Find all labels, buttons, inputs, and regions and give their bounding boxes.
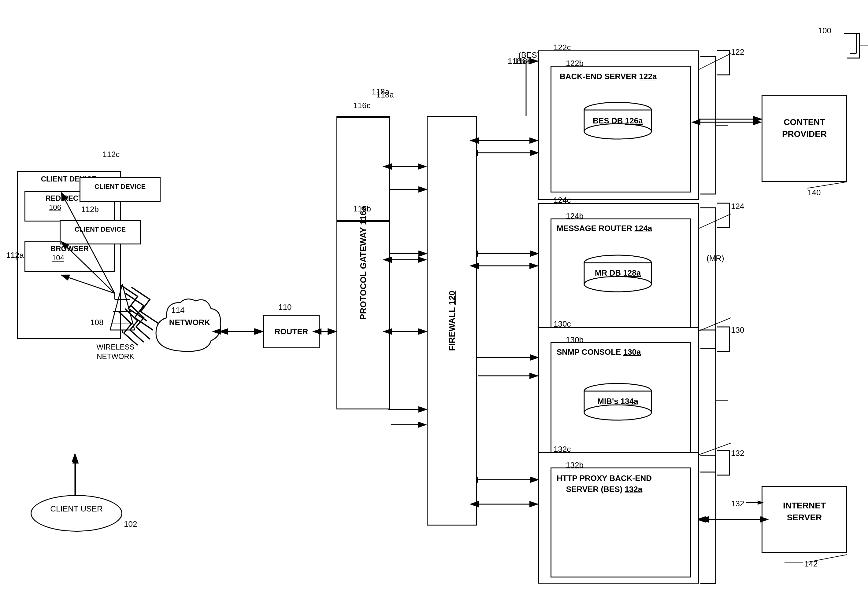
client-device-112b-label: CLIENT DEVICE: [60, 226, 141, 233]
internet-server-label: INTERNETSERVER: [761, 499, 847, 523]
ref-122c: 122c: [553, 43, 571, 52]
mibs-label: MIB's 134a: [581, 397, 654, 406]
ref-142: 142: [804, 559, 818, 569]
ref-110: 110: [278, 303, 291, 312]
snmp-console-label: SNMP CONSOLE 130a: [556, 348, 641, 357]
ref-130: 130: [731, 325, 744, 335]
ref-124b: 124b: [566, 212, 584, 221]
mr-db-label: MR DB 128a: [581, 268, 654, 278]
ref-140: 140: [808, 188, 821, 197]
ref-132-internet: 132: [731, 499, 744, 508]
ref-122: 122: [731, 47, 744, 57]
ref-102-label: 102: [124, 519, 137, 529]
ref-118b-label: 118b: [508, 57, 525, 66]
pg-116c-line: [336, 116, 390, 118]
ref-108: 108: [90, 318, 103, 327]
firewall-label-container: FIREWALL 120: [427, 116, 477, 525]
ref-100-label: 100: [818, 26, 831, 36]
browser-label: BROWSER: [25, 244, 115, 253]
protocol-gateway-label: PROTOCOL GATEWAY 116a: [358, 206, 368, 320]
wireless-network-label: WIRELESSNETWORK: [90, 342, 141, 361]
svg-point-48: [584, 405, 651, 420]
message-router-label: MESSAGE ROUTER 124a: [556, 224, 652, 233]
ref-130c: 130c: [553, 319, 571, 329]
svg-line-34: [122, 284, 135, 330]
ref-132: 132: [731, 448, 744, 458]
ref-122a-label: 122a: [639, 72, 657, 81]
wireless-tower-icon: [104, 281, 141, 336]
ref-124c: 124c: [553, 196, 571, 205]
mr-label: (MR): [707, 253, 724, 263]
ref-130b: 130b: [566, 335, 584, 345]
back-end-server-label: BACK-END SERVER 122a: [560, 72, 657, 81]
client-device-112c-label: CLIENT DEVICE: [79, 183, 161, 191]
protocol-gateway-label-container: PROTOCOL GATEWAY 116a: [336, 116, 390, 410]
ref-106-label: 106: [49, 203, 61, 212]
svg-point-45: [584, 277, 651, 292]
router-label: ROUTER: [263, 327, 319, 336]
network-label: NETWORK: [159, 318, 220, 327]
ref-112c: 112c: [102, 150, 119, 159]
content-provider-label: CONTENTPROVIDER: [761, 116, 847, 140]
pg-116b-line: [336, 220, 390, 222]
http-proxy-label: HTTP PROXY BACK-ENDSERVER (BES) 132a: [556, 473, 652, 495]
ref-122b: 122b: [566, 59, 584, 68]
ref-132c: 132c: [553, 445, 571, 454]
ref-112a: 112a: [6, 250, 24, 260]
firewall-label: FIREWALL 120: [447, 291, 457, 351]
ref-124: 124: [731, 202, 744, 211]
client-user-label: CLIENT USER: [31, 504, 122, 514]
svg-line-33: [110, 284, 122, 330]
ref-118a-top: 118a: [372, 87, 389, 97]
ref-112b: 112b: [81, 205, 99, 214]
ref-104-label: 104: [52, 253, 64, 262]
ref-116c: 116c: [353, 101, 370, 110]
svg-point-42: [584, 124, 651, 139]
ref-116b: 116b: [353, 204, 371, 213]
bes-db-label: BES DB 126a: [581, 116, 654, 125]
ref-132b: 132b: [566, 461, 584, 470]
